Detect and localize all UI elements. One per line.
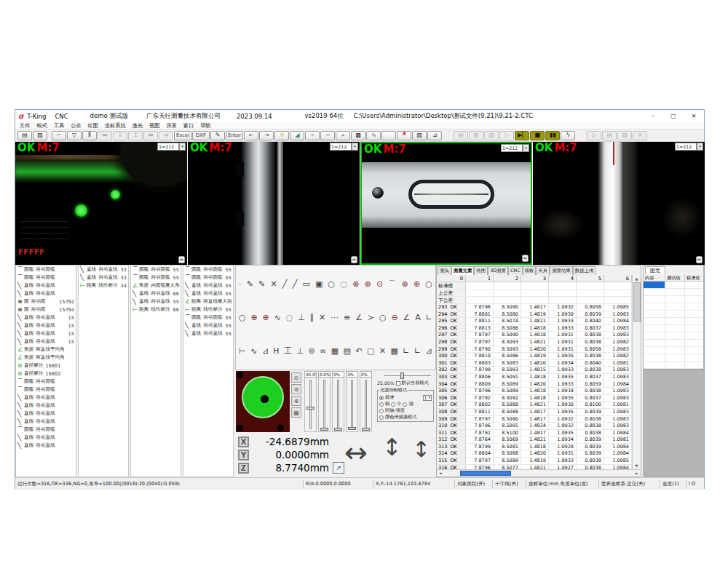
table-tab-8[interactable]: 数据上传 — [573, 266, 596, 275]
toolbar-stop-button[interactable]: ■ — [530, 131, 545, 140]
list-item[interactable]: ⌒圆弧自动圆弧55 — [131, 274, 181, 282]
camera-view-4[interactable]: OKM:7 1=212▾ ⇔ — [533, 142, 705, 265]
tool-icon[interactable]: ╱ — [282, 279, 288, 289]
close-button[interactable]: ✕ — [684, 110, 704, 122]
table-row[interactable]: 314OK7.88048.50881.48201.09310.80391.098… — [437, 450, 641, 458]
vertical-scrollbar[interactable]: ▲ ▼ — [632, 275, 641, 469]
table-row[interactable]: 上公差 — [437, 290, 641, 297]
toolbar-dither-button[interactable]: ▨ — [412, 131, 427, 140]
tool-icon[interactable]: ⊿ — [262, 346, 269, 356]
toolbar-checker-button[interactable]: ▩ — [351, 131, 365, 140]
table-row[interactable]: 304OK7.88098.50891.48201.09330.80591.098… — [437, 381, 641, 388]
table-tab-2[interactable]: 绘图 — [474, 266, 488, 275]
tool-icon[interactable]: ⌒ — [388, 279, 396, 289]
chevron-down-icon[interactable]: ▾ — [352, 143, 358, 151]
tool-icon[interactable]: 工 — [284, 346, 292, 356]
tool-icon[interactable]: ✕ — [379, 346, 386, 356]
table-row[interactable]: 299OK7.87908.50931.48201.09310.80581.098… — [437, 346, 641, 354]
mode-standard-radio[interactable] — [379, 396, 384, 400]
tool-icon[interactable]: H — [273, 346, 279, 356]
tab-element[interactable]: 图元 — [645, 266, 665, 274]
table-row[interactable]: 297OK7.87978.50901.48181.09310.80381.098… — [437, 332, 641, 339]
slider-thumb[interactable] — [362, 428, 370, 431]
tool-icon[interactable]: ○ — [425, 279, 432, 289]
list-item[interactable]: ╲直线自动直线 — [16, 418, 76, 426]
right-row[interactable] — [644, 362, 703, 369]
list-item[interactable]: ∠角度两直线平均角 — [16, 346, 76, 354]
tool-icon[interactable]: ◌ — [340, 279, 347, 289]
right-row[interactable] — [644, 311, 703, 318]
list-item[interactable]: ⊢距离线性标注34 — [79, 282, 128, 290]
tool-icon[interactable]: ⊚ — [308, 346, 314, 356]
slider-track[interactable] — [332, 378, 344, 432]
table-tab-3[interactable]: 3D测量 — [488, 266, 508, 275]
list-item[interactable]: ⊕圆自动圆15792 — [16, 298, 76, 306]
slider-track[interactable] — [360, 378, 372, 432]
list-item[interactable]: ╲直线自动直线 — [16, 402, 76, 410]
tool-icon[interactable]: ✕ — [270, 279, 277, 289]
goto-position-button[interactable]: ↗ — [333, 462, 344, 474]
toolbar-caliper-button[interactable]: Ⅱ — [82, 131, 97, 140]
table-row[interactable]: 315OK7.87978.50891.48191.09330.80381.098… — [437, 458, 641, 465]
list-item[interactable]: ╲直线自动直线55 — [183, 322, 233, 330]
tool-icon[interactable]: ⊕ — [414, 279, 420, 289]
list-item[interactable]: ╲直线自动直线15 — [16, 314, 76, 322]
scroll-left-icon[interactable]: ◄ — [437, 470, 444, 477]
tool-icon[interactable]: ∿ — [250, 346, 257, 356]
menu-item-8[interactable]: 设置 — [166, 122, 176, 129]
light-channel-select[interactable]: 1▾ — [423, 395, 432, 401]
toolbar-annotate-button[interactable]: ✎ — [210, 131, 225, 140]
tool-icon[interactable]: ✎ — [247, 279, 253, 289]
tool-icon[interactable]: ✎ — [258, 279, 265, 289]
scroll-right-icon[interactable]: ► — [633, 470, 641, 477]
table-row[interactable]: 311OK7.87928.51001.48171.09350.80381.098… — [437, 430, 641, 437]
tool-icon[interactable]: ∞ — [320, 346, 326, 356]
resize-handle-icon[interactable]: ⇔ — [351, 256, 357, 263]
chevron-down-icon[interactable]: ▾ — [523, 144, 529, 152]
list-item[interactable]: ╲直线自动直线 — [16, 442, 76, 450]
toolbar-minus-2-button[interactable]: − — [320, 131, 335, 140]
scroll-down-icon[interactable]: ▼ — [636, 462, 638, 469]
tool-icon[interactable]: ▢ — [367, 346, 374, 356]
table-row[interactable]: 312OK7.87648.50691.48211.09340.80391.098… — [437, 437, 641, 444]
tool-icon[interactable]: A — [415, 313, 421, 322]
tool-icon[interactable]: ▦ — [390, 346, 397, 356]
table-tab-0[interactable]: 测头 — [438, 266, 451, 275]
table-row[interactable]: 296OK7.88138.50861.48181.09330.80371.098… — [437, 325, 641, 332]
right-row[interactable] — [644, 354, 703, 362]
table-row[interactable]: 302OK7.87998.50931.48151.09330.80381.098… — [437, 367, 641, 374]
menu-item-4[interactable]: 绘图 — [88, 122, 98, 129]
list-item[interactable]: ⌒圆弧自动圆弧 — [16, 266, 76, 274]
toolbar-zoom-tool-button[interactable]: ⌕ — [336, 131, 350, 140]
list-item[interactable]: ╲直线自动直线15 — [16, 338, 76, 346]
list-item[interactable]: ⌒圆弧自动圆弧55 — [131, 266, 181, 274]
menu-item-6[interactable]: 激光 — [132, 122, 143, 129]
toolbar-step-button[interactable]: ▶▏ — [515, 131, 529, 140]
scroll-up-icon[interactable]: ▲ — [636, 275, 638, 282]
mode-coaxial-radio[interactable] — [379, 409, 384, 413]
light-preset-button-3[interactable]: ▦ — [291, 407, 301, 418]
minimize-button[interactable]: – — [643, 110, 663, 122]
toolbar-star-button[interactable]: * — [397, 131, 411, 140]
toolbar-excel-export-button[interactable]: Excel — [174, 131, 191, 140]
toolbar-image-button[interactable]: ◢ — [290, 131, 304, 140]
tool-icon[interactable]: ▭ — [302, 279, 309, 289]
camera-focus-target[interactable] — [236, 371, 290, 432]
magnification-select[interactable]: 1=212 — [675, 143, 697, 151]
table-row[interactable]: 307OK7.88028.50881.48211.09300.81001.098… — [437, 402, 641, 409]
table-tab-5[interactable]: 模板 — [523, 266, 537, 275]
table-row[interactable]: 306OK7.87928.50921.48181.09350.80371.098… — [437, 395, 641, 402]
slider-track[interactable] — [304, 378, 317, 432]
right-row[interactable] — [644, 289, 703, 296]
tool-icon[interactable]: ⋯ — [331, 313, 339, 322]
scrollbar-thumb[interactable] — [633, 282, 641, 322]
tool-icon[interactable]: ∿ — [274, 313, 281, 322]
table-row[interactable]: 294OK7.88018.50801.48191.09300.80391.098… — [437, 311, 641, 319]
toolbar-wave-button[interactable]: ∿ — [366, 131, 381, 140]
list-item[interactable]: ╲直线自动直线55 — [183, 290, 233, 298]
menu-item-9[interactable]: 窗口 — [183, 122, 194, 129]
tool-icon[interactable]: ∟ — [403, 346, 409, 356]
slider-thumb[interactable] — [334, 428, 342, 431]
list-item[interactable]: ⊢距离线性标注55 — [183, 306, 233, 314]
tool-icon[interactable]: ▦ — [331, 346, 339, 356]
